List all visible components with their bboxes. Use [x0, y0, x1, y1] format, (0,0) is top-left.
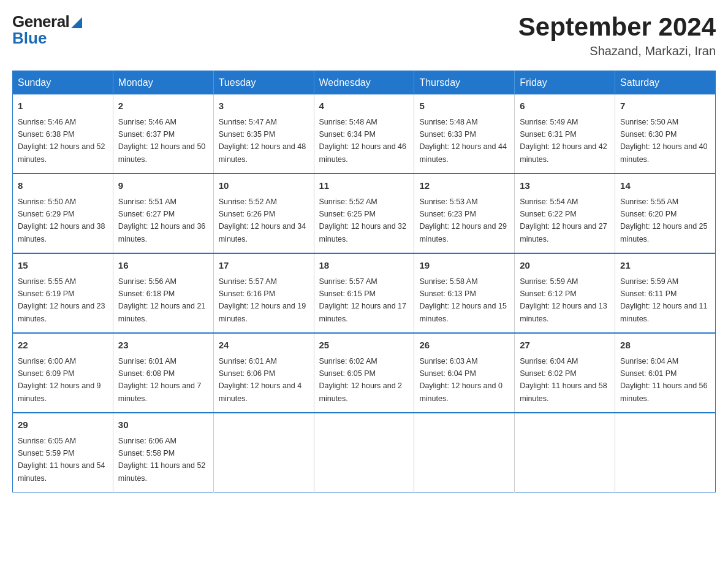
- day-number: 1: [18, 99, 108, 113]
- table-row: 17 Sunrise: 5:57 AMSunset: 6:16 PMDaylig…: [213, 253, 314, 333]
- page-header: General Blue September 2024 Shazand, Mar…: [12, 12, 716, 58]
- calendar-week-row: 29 Sunrise: 6:05 AMSunset: 5:59 PMDaylig…: [13, 413, 716, 492]
- day-number: 16: [118, 259, 208, 273]
- table-row: 8 Sunrise: 5:50 AMSunset: 6:29 PMDayligh…: [13, 174, 113, 253]
- calendar-table: Sunday Monday Tuesday Wednesday Thursday…: [12, 71, 716, 492]
- day-info: Sunrise: 5:55 AMSunset: 6:19 PMDaylight:…: [18, 277, 105, 323]
- table-row: 22 Sunrise: 6:00 AMSunset: 6:09 PMDaylig…: [13, 333, 113, 413]
- table-row: 21 Sunrise: 5:59 AMSunset: 6:11 PMDaylig…: [615, 253, 716, 333]
- day-info: Sunrise: 5:46 AMSunset: 6:38 PMDaylight:…: [18, 118, 105, 164]
- table-row: 3 Sunrise: 5:47 AMSunset: 6:35 PMDayligh…: [213, 94, 314, 174]
- day-number: 12: [419, 179, 509, 193]
- day-info: Sunrise: 6:04 AMSunset: 6:02 PMDaylight:…: [520, 357, 607, 403]
- table-row: 1 Sunrise: 5:46 AMSunset: 6:38 PMDayligh…: [13, 94, 113, 174]
- table-row: 27 Sunrise: 6:04 AMSunset: 6:02 PMDaylig…: [515, 333, 615, 413]
- day-number: 14: [620, 179, 710, 193]
- day-info: Sunrise: 5:59 AMSunset: 6:12 PMDaylight:…: [520, 277, 607, 323]
- table-row: [213, 413, 314, 492]
- col-wednesday: Wednesday: [314, 71, 414, 95]
- table-row: 5 Sunrise: 5:48 AMSunset: 6:33 PMDayligh…: [414, 94, 515, 174]
- day-number: 18: [319, 259, 409, 273]
- day-info: Sunrise: 5:59 AMSunset: 6:11 PMDaylight:…: [620, 277, 707, 323]
- table-row: 7 Sunrise: 5:50 AMSunset: 6:30 PMDayligh…: [615, 94, 716, 174]
- table-row: 9 Sunrise: 5:51 AMSunset: 6:27 PMDayligh…: [113, 174, 213, 253]
- day-number: 25: [319, 339, 409, 353]
- day-info: Sunrise: 5:52 AMSunset: 6:26 PMDaylight:…: [219, 197, 306, 243]
- logo: General Blue: [12, 12, 82, 48]
- day-info: Sunrise: 5:54 AMSunset: 6:22 PMDaylight:…: [520, 197, 607, 243]
- table-row: [414, 413, 515, 492]
- table-row: 4 Sunrise: 5:48 AMSunset: 6:34 PMDayligh…: [314, 94, 414, 174]
- table-row: 13 Sunrise: 5:54 AMSunset: 6:22 PMDaylig…: [515, 174, 615, 253]
- day-info: Sunrise: 5:48 AMSunset: 6:33 PMDaylight:…: [419, 118, 506, 164]
- day-number: 27: [520, 339, 610, 353]
- day-info: Sunrise: 5:53 AMSunset: 6:23 PMDaylight:…: [419, 197, 506, 243]
- day-info: Sunrise: 5:52 AMSunset: 6:25 PMDaylight:…: [319, 197, 406, 243]
- table-row: 26 Sunrise: 6:03 AMSunset: 6:04 PMDaylig…: [414, 333, 515, 413]
- day-number: 6: [520, 99, 610, 113]
- day-number: 28: [620, 339, 710, 353]
- day-info: Sunrise: 5:50 AMSunset: 6:29 PMDaylight:…: [18, 197, 105, 243]
- day-info: Sunrise: 5:57 AMSunset: 6:15 PMDaylight:…: [319, 277, 406, 323]
- day-info: Sunrise: 6:06 AMSunset: 5:58 PMDaylight:…: [118, 437, 205, 483]
- day-info: Sunrise: 6:03 AMSunset: 6:04 PMDaylight:…: [419, 357, 502, 403]
- day-number: 30: [118, 418, 208, 432]
- day-info: Sunrise: 5:50 AMSunset: 6:30 PMDaylight:…: [620, 118, 707, 164]
- day-number: 19: [419, 259, 509, 273]
- day-number: 4: [319, 99, 409, 113]
- day-number: 2: [118, 99, 208, 113]
- table-row: 12 Sunrise: 5:53 AMSunset: 6:23 PMDaylig…: [414, 174, 515, 253]
- col-monday: Monday: [113, 71, 213, 95]
- day-info: Sunrise: 6:05 AMSunset: 5:59 PMDaylight:…: [18, 437, 105, 483]
- day-number: 23: [118, 339, 208, 353]
- table-row: 25 Sunrise: 6:02 AMSunset: 6:05 PMDaylig…: [314, 333, 414, 413]
- table-row: [615, 413, 716, 492]
- day-info: Sunrise: 5:48 AMSunset: 6:34 PMDaylight:…: [319, 118, 406, 164]
- day-number: 22: [18, 339, 108, 353]
- svg-marker-0: [71, 17, 82, 28]
- table-row: 11 Sunrise: 5:52 AMSunset: 6:25 PMDaylig…: [314, 174, 414, 253]
- day-number: 17: [219, 259, 309, 273]
- table-row: [314, 413, 414, 492]
- table-row: 28 Sunrise: 6:04 AMSunset: 6:01 PMDaylig…: [615, 333, 716, 413]
- day-number: 9: [118, 179, 208, 193]
- table-row: 19 Sunrise: 5:58 AMSunset: 6:13 PMDaylig…: [414, 253, 515, 333]
- table-row: 6 Sunrise: 5:49 AMSunset: 6:31 PMDayligh…: [515, 94, 615, 174]
- calendar-week-row: 1 Sunrise: 5:46 AMSunset: 6:38 PMDayligh…: [13, 94, 716, 174]
- day-number: 8: [18, 179, 108, 193]
- calendar-week-row: 22 Sunrise: 6:00 AMSunset: 6:09 PMDaylig…: [13, 333, 716, 413]
- day-number: 20: [520, 259, 610, 273]
- table-row: 23 Sunrise: 6:01 AMSunset: 6:08 PMDaylig…: [113, 333, 213, 413]
- col-thursday: Thursday: [414, 71, 515, 95]
- day-number: 5: [419, 99, 509, 113]
- table-row: 2 Sunrise: 5:46 AMSunset: 6:37 PMDayligh…: [113, 94, 213, 174]
- calendar-week-row: 15 Sunrise: 5:55 AMSunset: 6:19 PMDaylig…: [13, 253, 716, 333]
- day-info: Sunrise: 5:46 AMSunset: 6:37 PMDaylight:…: [118, 118, 205, 164]
- col-sunday: Sunday: [13, 71, 113, 95]
- day-number: 3: [219, 99, 309, 113]
- day-info: Sunrise: 5:49 AMSunset: 6:31 PMDaylight:…: [520, 118, 607, 164]
- day-info: Sunrise: 5:51 AMSunset: 6:27 PMDaylight:…: [118, 197, 205, 243]
- day-number: 26: [419, 339, 509, 353]
- day-number: 21: [620, 259, 710, 273]
- day-info: Sunrise: 5:58 AMSunset: 6:13 PMDaylight:…: [419, 277, 506, 323]
- day-number: 7: [620, 99, 710, 113]
- day-number: 11: [319, 179, 409, 193]
- table-row: 24 Sunrise: 6:01 AMSunset: 6:06 PMDaylig…: [213, 333, 314, 413]
- col-tuesday: Tuesday: [213, 71, 314, 95]
- day-info: Sunrise: 5:56 AMSunset: 6:18 PMDaylight:…: [118, 277, 205, 323]
- day-number: 13: [520, 179, 610, 193]
- logo-triangle-icon: [71, 17, 82, 28]
- month-title: September 2024: [518, 12, 716, 42]
- day-info: Sunrise: 5:55 AMSunset: 6:20 PMDaylight:…: [620, 197, 707, 243]
- table-row: 30 Sunrise: 6:06 AMSunset: 5:58 PMDaylig…: [113, 413, 213, 492]
- day-number: 10: [219, 179, 309, 193]
- table-row: 16 Sunrise: 5:56 AMSunset: 6:18 PMDaylig…: [113, 253, 213, 333]
- table-row: 14 Sunrise: 5:55 AMSunset: 6:20 PMDaylig…: [615, 174, 716, 253]
- table-row: 20 Sunrise: 5:59 AMSunset: 6:12 PMDaylig…: [515, 253, 615, 333]
- table-row: 15 Sunrise: 5:55 AMSunset: 6:19 PMDaylig…: [13, 253, 113, 333]
- day-number: 15: [18, 259, 108, 273]
- logo-text-blue: Blue: [12, 29, 47, 48]
- day-info: Sunrise: 5:57 AMSunset: 6:16 PMDaylight:…: [219, 277, 306, 323]
- day-number: 24: [219, 339, 309, 353]
